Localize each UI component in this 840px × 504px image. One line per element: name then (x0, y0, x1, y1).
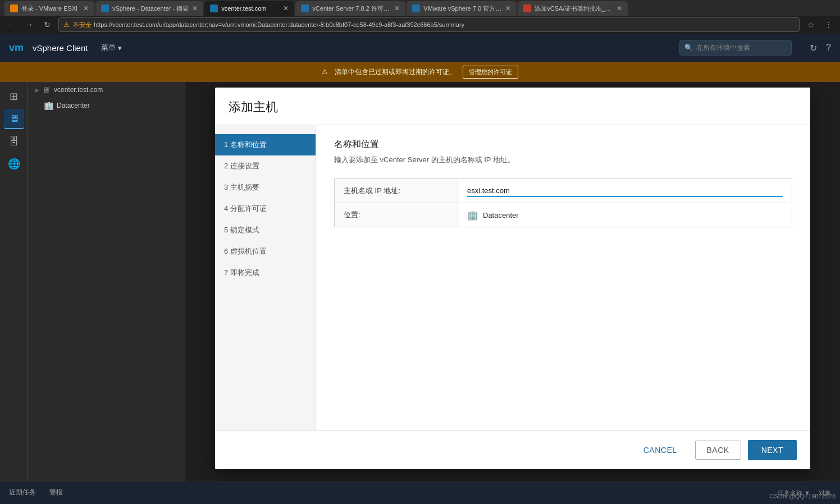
section-desc: 输入要添加至 vCenter Server 的主机的名称或 IP 地址。 (334, 155, 792, 165)
hostname-input[interactable] (467, 185, 783, 197)
step-7[interactable]: 7 即将完成 (215, 262, 316, 283)
step-5[interactable]: 5 锁定模式 (215, 219, 316, 241)
sidebar-item-datacenter-label: Datacenter (57, 102, 90, 109)
modal-header: 添加主机 (215, 88, 810, 125)
modal-body: 1 名称和位置 2 连接设置 3 主机摘要 4 分配许可证 5 锁定模式 (215, 125, 810, 430)
forward-button[interactable]: → (22, 18, 36, 31)
step-1-label: 1 名称和位置 (224, 140, 267, 150)
tab-vsphere[interactable]: vSphere - Datacenter - 摘要 ✕ (95, 1, 203, 16)
sidebar-item-datacenter[interactable]: 🏢 Datacenter (28, 98, 185, 113)
tab-vcenter-close[interactable]: ✕ (283, 4, 289, 12)
menu-label: 菜单 (101, 43, 116, 53)
icon-tabs: ⊞ 🖥 🗄 🌐 (0, 82, 28, 482)
search-placeholder: 在所有环境中搜索 (696, 43, 750, 53)
help-icon[interactable]: ? (826, 43, 831, 53)
bottom-bar: 近期任务 警报 任务名称 ▼ 对象 (0, 482, 840, 504)
step-4[interactable]: 4 分配许可证 (215, 198, 316, 219)
tab-esxi-label: 登录 - VMware ESXi (21, 4, 77, 13)
location-text: Datacenter (483, 211, 519, 219)
warning-icon: ⚠ (322, 68, 328, 76)
content-area: 添加主机 1 名称和位置 2 连接设置 3 主机摘要 (185, 82, 840, 482)
location-datacenter-icon: 🏢 (467, 210, 478, 221)
bottom-tab-alerts[interactable]: 警报 (49, 485, 63, 501)
global-search[interactable]: 🔍 在所有环境中搜索 (679, 40, 792, 56)
nav-bar: ← → ↻ ⚠ 不安全 https://vcenter.test.com/ui/… (0, 16, 840, 34)
tab-addvcsa-label: 添加vCSA/证书签约批准_vCenter (535, 4, 613, 13)
step-6-label: 6 虚拟机位置 (224, 246, 267, 256)
icon-tab-network[interactable]: 🌐 (4, 154, 24, 174)
manage-license-button[interactable]: 管理您的许可证 (463, 66, 518, 79)
browser-chrome: 登录 - VMware ESXi ✕ vSphere - Datacenter … (0, 0, 840, 34)
add-host-modal: 添加主机 1 名称和位置 2 连接设置 3 主机摘要 (215, 88, 810, 469)
header-right: ↻ ? (810, 43, 831, 53)
tab-vsphere-close[interactable]: ✕ (192, 4, 198, 12)
browser-menu-button[interactable]: ⋮ (822, 18, 836, 31)
tab-esxi[interactable]: 登录 - VMware ESXi ✕ (4, 1, 94, 16)
address-bar[interactable]: ⚠ 不安全 https://vcenter.test.com/ui/app/da… (58, 17, 800, 32)
step-3[interactable]: 3 主机摘要 (215, 177, 316, 198)
favorites-button[interactable]: ☆ (804, 18, 818, 31)
tab-license-close[interactable]: ✕ (394, 4, 400, 12)
sidebar-item-vcenter[interactable]: ▶ 🖥 vcenter.test.com (28, 82, 185, 98)
tabs-bar: 登录 - VMware ESXi ✕ vSphere - Datacenter … (0, 0, 840, 16)
insecure-label: 不安全 (73, 21, 92, 29)
bottom-tab-recent[interactable]: 近期任务 (9, 485, 36, 501)
address-url: https://vcenter.test.com/ui/app/datacent… (94, 21, 464, 28)
vmware-favicon (412, 4, 420, 12)
location-value-cell: 🏢 Datacenter (458, 203, 792, 227)
next-button[interactable]: NEXT (748, 440, 797, 460)
modal-overlay: 添加主机 1 名称和位置 2 连接设置 3 主机摘要 (185, 82, 840, 482)
sidebar-item-vcenter-label: vcenter.test.com (54, 86, 103, 94)
tab-vcenter[interactable]: vcenter.test.com ✕ (204, 1, 294, 16)
modal-form-content: 名称和位置 输入要添加至 vCenter Server 的主机的名称或 IP 地… (316, 125, 810, 430)
location-label: 位置: (335, 203, 458, 227)
vcenter-favicon (210, 4, 218, 12)
icon-tab-hosts[interactable]: ⊞ (4, 86, 24, 107)
security-icon: ⚠ (63, 21, 70, 29)
vcenter-expand-icon: ▶ (35, 87, 39, 93)
tab-vsphere-label: vSphere - Datacenter - 摘要 (112, 4, 189, 13)
warning-message: 清单中包含已过期或即将过期的许可证。 (335, 67, 456, 77)
hostname-row: 主机名或 IP 地址: (335, 179, 792, 203)
vm-logo: vm (9, 42, 24, 54)
tab-esxi-close[interactable]: ✕ (83, 4, 89, 12)
license-favicon (301, 4, 309, 12)
vcenter-item-icon: 🖥 (43, 85, 51, 94)
watermark: CSDN @QQ719872578 (769, 493, 836, 500)
icon-tab-vms[interactable]: 🖥 (4, 109, 24, 129)
refresh-button[interactable]: ↻ (40, 18, 54, 31)
form-table: 主机名或 IP 地址: 位置: 🏢 Datacenter (334, 178, 792, 227)
icon-tab-storage[interactable]: 🗄 (4, 131, 24, 152)
addvcsa-favicon (523, 4, 531, 12)
tab-vmware-label: VMware vSphere 7.0 官方主要安装 (423, 4, 502, 13)
esxi-favicon (10, 4, 18, 12)
cancel-button[interactable]: CANCEL (632, 441, 688, 459)
tab-vcenter-label: vcenter.test.com (221, 5, 266, 12)
refresh-header-icon[interactable]: ↻ (810, 43, 817, 53)
step-2-label: 2 连接设置 (224, 161, 259, 171)
location-row: 位置: 🏢 Datacenter (335, 203, 792, 227)
tab-addvcsa-close[interactable]: ✕ (617, 4, 622, 12)
section-title: 名称和位置 (334, 139, 792, 150)
menu-button[interactable]: 菜单 ▾ (101, 43, 122, 53)
search-icon: 🔍 (684, 44, 693, 52)
back-button-modal[interactable]: BACK (695, 441, 741, 460)
app-title: vSphere Client (33, 43, 88, 53)
step-7-label: 7 即将完成 (224, 268, 259, 278)
tab-vmware[interactable]: VMware vSphere 7.0 官方主要安装 ✕ (407, 1, 517, 16)
step-2[interactable]: 2 连接设置 (215, 155, 316, 177)
vsphere-favicon (101, 4, 109, 12)
step-6[interactable]: 6 虚拟机位置 (215, 241, 316, 262)
step-1[interactable]: 1 名称和位置 (215, 134, 316, 155)
tab-addvcsa[interactable]: 添加vCSA/证书签约批准_vCenter ✕ (518, 1, 628, 16)
tab-vmware-close[interactable]: ✕ (505, 4, 511, 12)
step-3-label: 3 主机摘要 (224, 182, 259, 193)
hostname-value-cell (458, 179, 792, 203)
modal-footer: CANCEL BACK NEXT (215, 430, 810, 469)
modal-title: 添加主机 (229, 99, 797, 116)
step-4-label: 4 分配许可证 (224, 204, 267, 214)
menu-chevron-icon: ▾ (118, 44, 122, 52)
tab-license[interactable]: vCenter Server 7.0.2 许可证密钥 ✕ (295, 1, 405, 16)
tab-license-label: vCenter Server 7.0.2 许可证密钥 (312, 4, 391, 13)
back-button[interactable]: ← (4, 18, 18, 31)
